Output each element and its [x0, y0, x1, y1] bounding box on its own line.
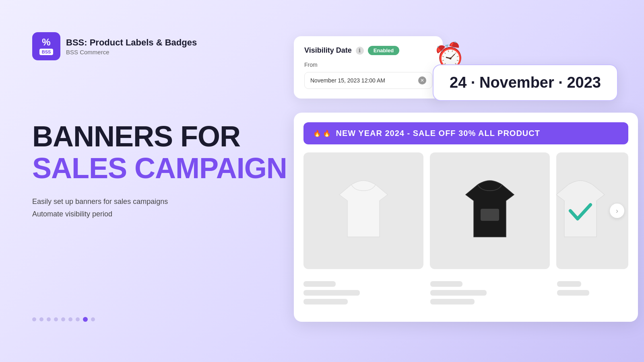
- skeleton-2: [303, 290, 360, 296]
- tshirt-white-svg: [329, 173, 398, 249]
- product-grid: ›: [294, 144, 638, 269]
- product-card-white: [303, 152, 423, 269]
- visibility-date-clear[interactable]: ✕: [418, 76, 426, 84]
- product-card-black: [430, 152, 550, 269]
- logo-text: BSS: Product Labels & Badges BSS Commerc…: [66, 37, 197, 56]
- dot-6[interactable]: [68, 317, 72, 321]
- heading-line1: BANNERS FOR: [32, 121, 287, 152]
- subtext-line1: Easily set up banners for sales campaign…: [32, 195, 287, 208]
- sale-banner: 🔥 🔥 NEW YEAR 2024 - SALE OFF 30% ALL PRO…: [303, 122, 628, 144]
- info-icon: ℹ: [356, 47, 364, 55]
- visibility-card-header: Visibility Date ℹ Enabled: [304, 46, 432, 55]
- dot-4[interactable]: [54, 317, 58, 321]
- heading-line2: SALES CAMPAIGN: [32, 152, 287, 184]
- tshirt-black-svg: [456, 173, 524, 249]
- skeleton-4: [430, 281, 462, 287]
- dot-1[interactable]: [32, 317, 36, 321]
- skeleton-3: [303, 299, 348, 304]
- dot-7[interactable]: [76, 317, 80, 321]
- date-display-card: 24 · November · 2023: [433, 64, 618, 101]
- logo-icon: % BSS: [32, 32, 60, 60]
- pagination-dots: [32, 317, 95, 322]
- enabled-badge: Enabled: [368, 46, 400, 55]
- main-heading-area: BANNERS FOR SALES CAMPAIGN Easily set up…: [32, 121, 287, 220]
- dot-9[interactable]: [91, 317, 95, 321]
- sale-banner-text: NEW YEAR 2024 - SALE OFF 30% ALL PRODUCT: [336, 129, 540, 138]
- sale-banner-emojis: 🔥 🔥: [313, 130, 331, 137]
- logo-percent: %: [42, 37, 50, 47]
- dot-8-active[interactable]: [83, 317, 88, 322]
- skeleton-7: [557, 281, 581, 287]
- logo-title: BSS: Product Labels & Badges: [66, 37, 197, 48]
- skeleton-1: [303, 281, 336, 287]
- tshirt-teal-svg: [556, 173, 614, 249]
- skeleton-6: [430, 299, 475, 304]
- logo-area: % BSS BSS: Product Labels & Badges BSS C…: [32, 32, 197, 60]
- product-card-partial: ›: [556, 152, 628, 269]
- dot-5[interactable]: [61, 317, 65, 321]
- subtext-line2: Automate visibility period: [32, 208, 287, 220]
- visibility-date-value: November 15, 2023 12:00 AM: [310, 77, 385, 84]
- logo-subtitle: BSS Commerce: [66, 49, 197, 56]
- logo-bss-text: BSS: [39, 49, 54, 55]
- visibility-title: Visibility Date: [304, 46, 352, 55]
- skeleton-8: [557, 290, 589, 296]
- subtext: Easily set up banners for sales campaign…: [32, 195, 287, 220]
- product-skeletons: [294, 276, 638, 309]
- date-display-text: 24 · November · 2023: [450, 74, 601, 91]
- visibility-card: Visibility Date ℹ Enabled From November …: [294, 36, 443, 99]
- shop-panel: 🔥 🔥 NEW YEAR 2024 - SALE OFF 30% ALL PRO…: [294, 113, 638, 322]
- visibility-date-input[interactable]: November 15, 2023 12:00 AM ✕: [304, 72, 432, 89]
- dot-2[interactable]: [39, 317, 43, 321]
- next-arrow[interactable]: ›: [610, 204, 624, 218]
- skeleton-5: [430, 290, 487, 296]
- svg-rect-0: [481, 209, 499, 221]
- visibility-from-label: From: [304, 62, 432, 68]
- dot-3[interactable]: [47, 317, 51, 321]
